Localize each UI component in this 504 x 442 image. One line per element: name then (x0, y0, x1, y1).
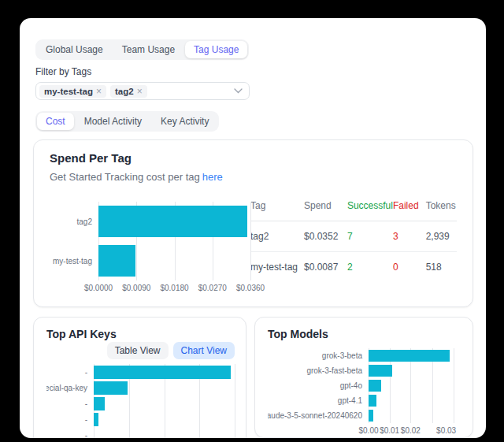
top-models-card: Top Models grok-3-betagrok-3-fast-betagp… (254, 317, 473, 438)
tag-spend-table: TagSpendSuccessfulFailedTokenstag2$0.035… (250, 199, 457, 282)
app-panel: Global Usage Team Usage Tag Usage Filter… (20, 18, 486, 438)
bar (94, 413, 98, 426)
x-axis-tick: $0.00 (358, 426, 378, 435)
table-row: tag2$0.0352732,939 (250, 221, 457, 252)
cell-tokens: 518 (426, 252, 457, 283)
table-row: my-test-tag$0.008720518 (250, 252, 457, 283)
cell-tokens: 2,939 (426, 221, 457, 252)
top-api-keys-chart: -pecial-qa-key--- (46, 364, 235, 438)
here-link[interactable]: here (202, 171, 223, 183)
category-label: - (46, 411, 94, 427)
category-label: tag2 (50, 202, 98, 241)
top-api-keys-card: Top API Keys Table View Chart View -peci… (33, 317, 246, 438)
tab-cost[interactable]: Cost (37, 113, 74, 130)
column-header-successful: Successful (347, 199, 393, 221)
cell-successful: 7 (347, 221, 393, 252)
tab-model-activity[interactable]: Model Activity (76, 113, 150, 130)
tag-chip-label: tag2 (115, 86, 134, 97)
gridline (235, 364, 235, 438)
bar (94, 381, 128, 395)
spend-card-title: Spend Per Tag (50, 151, 457, 165)
remove-tag-icon[interactable]: × (96, 86, 102, 97)
category-label: - (46, 427, 94, 438)
bar (369, 365, 392, 377)
bar (369, 350, 450, 362)
category-label: grok-3-fast-beta (268, 363, 369, 378)
category-label: - (46, 364, 94, 380)
bar (94, 397, 105, 410)
top-api-keys-title: Top API Keys (46, 328, 235, 340)
category-label: gpt-4.1 (268, 393, 369, 408)
tab-tag-usage[interactable]: Tag Usage (185, 41, 247, 58)
top-models-chart: grok-3-betagrok-3-fast-betagpt-4ogpt-4.1… (268, 348, 460, 436)
tag-chip-tag2: tag2 × (110, 85, 147, 98)
filter-by-tags-label: Filter by Tags (35, 66, 473, 77)
remove-tag-icon[interactable]: × (137, 86, 143, 97)
bar (98, 206, 247, 237)
tab-team-usage[interactable]: Team Usage (113, 41, 183, 58)
x-axis-tick: $0.0000 (84, 284, 113, 292)
cell-failed: 3 (393, 221, 426, 252)
column-header-tag: Tag (250, 199, 304, 221)
subtitle-text: Get Started Tracking cost per tag (50, 171, 200, 183)
column-header-failed: Failed (393, 199, 426, 221)
column-header-tokens: Tokens (426, 199, 457, 221)
category-label: claude-3-5-sonnet-20240620 (268, 408, 369, 423)
top-models-title: Top Models (268, 328, 460, 340)
bar (369, 380, 381, 392)
category-label: pecial-qa-key (46, 380, 94, 396)
bar (98, 245, 135, 277)
table-view-button[interactable]: Table View (107, 342, 169, 359)
cell-tag: tag2 (250, 221, 304, 252)
category-label: - (46, 396, 94, 411)
chevron-down-icon[interactable] (234, 88, 243, 94)
usage-tabs: Global Usage Team Usage Tag Usage (35, 39, 249, 60)
chart-view-button[interactable]: Chart View (173, 342, 235, 359)
cell-spend: $0.0087 (304, 252, 347, 283)
x-axis-tick: $0.0360 (236, 284, 265, 292)
x-axis-tick: $0.0270 (198, 284, 227, 292)
tag-chip-my-test-tag: my-test-tag × (39, 85, 106, 98)
cell-failed: 0 (393, 252, 426, 283)
category-label: gpt-4o (268, 378, 369, 393)
tag-chip-label: my-test-tag (44, 86, 93, 97)
x-axis-tick: $0.0090 (122, 284, 150, 292)
category-label: grok-3-beta (268, 348, 369, 363)
x-axis-tick: $0.03 (436, 426, 456, 435)
cell-spend: $0.0352 (304, 221, 347, 252)
tab-global-usage[interactable]: Global Usage (37, 41, 112, 58)
column-header-spend: Spend (304, 199, 347, 221)
cell-successful: 2 (347, 252, 393, 283)
category-label: my-test-tag (50, 241, 98, 280)
spend-card-subtitle: Get Started Tracking cost per taghere (50, 171, 457, 183)
gridline (250, 202, 251, 280)
tag-filter-select[interactable]: my-test-tag × tag2 × (35, 82, 250, 100)
spend-per-tag-card: Spend Per Tag Get Started Tracking cost … (33, 139, 473, 307)
bar (369, 395, 376, 407)
spend-per-tag-chart: tag2my-test-tag$0.0000$0.0090$0.0180$0.0… (50, 197, 250, 294)
bar (369, 410, 373, 422)
x-axis-tick: $0.02 (401, 426, 421, 435)
x-axis-tick: $0.01 (380, 426, 399, 435)
tab-key-activity[interactable]: Key Activity (152, 113, 217, 130)
x-axis-tick: $0.0180 (160, 284, 188, 292)
bar (94, 366, 231, 379)
cell-tag: my-test-tag (250, 252, 304, 283)
cost-activity-tabs: Cost Model Activity Key Activity (35, 111, 219, 132)
